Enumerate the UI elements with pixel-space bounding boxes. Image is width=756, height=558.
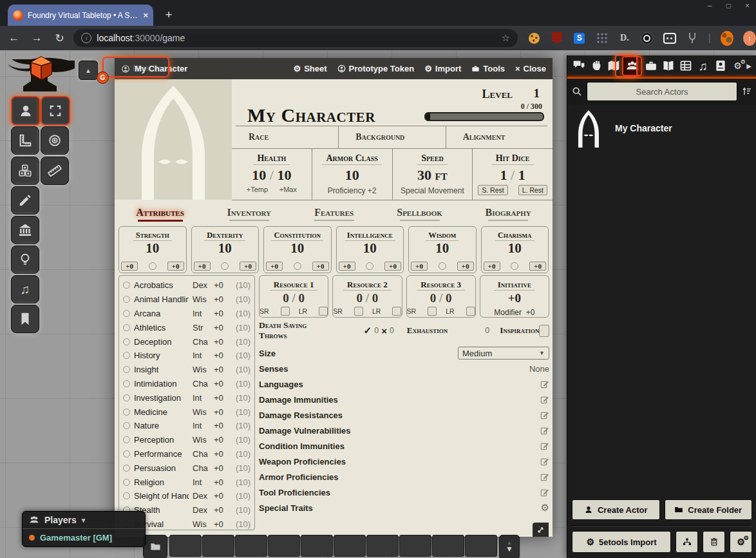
macro-slot[interactable] — [268, 535, 300, 557]
ability-score[interactable]: 10 — [482, 241, 549, 255]
tools-button[interactable]: Tools — [471, 64, 505, 73]
skill-row[interactable]: Arcana Int +0 (10) — [123, 307, 250, 321]
skill-row[interactable]: Religion Int +0 (10) — [123, 475, 250, 489]
ublock-shield-icon[interactable] — [551, 32, 563, 44]
ac-value[interactable]: 10 — [312, 167, 392, 184]
measure-tool-button[interactable] — [11, 126, 39, 155]
target-tool-button[interactable] — [41, 126, 69, 155]
macro-folder-button[interactable] — [143, 535, 167, 558]
speed-value[interactable]: 30 ft — [393, 167, 473, 184]
sheet-titlebar[interactable]: New Scene My Character ⚙Sheet Prototype … — [115, 58, 553, 79]
tuning-fork-extension-icon[interactable] — [686, 32, 699, 44]
skill-proficiency-radio[interactable] — [123, 338, 130, 345]
proficiency-radio[interactable] — [294, 262, 301, 270]
skill-proficiency-radio[interactable] — [123, 492, 130, 499]
5etools-import-button[interactable]: ⚙ 5etools Import — [572, 531, 671, 553]
ability-score[interactable]: 10 — [264, 241, 331, 255]
tab-spellbook[interactable]: Spellbook — [397, 207, 442, 221]
new-tab-button[interactable]: + — [160, 6, 178, 24]
tab-playlists[interactable]: ♫ — [694, 57, 712, 75]
drawing-tools-button[interactable] — [11, 186, 39, 215]
tab-biography[interactable]: Biography — [486, 207, 531, 221]
resource-max[interactable]: 0 — [372, 291, 379, 305]
skill-row[interactable]: Insight Wis +0 (10) — [123, 363, 250, 377]
tab-inventory[interactable]: Inventory — [227, 207, 271, 221]
back-button[interactable]: ← — [3, 32, 25, 44]
macro-slot[interactable] — [366, 535, 399, 557]
site-info-icon[interactable]: i — [81, 33, 91, 43]
edit-icon[interactable] — [540, 457, 549, 466]
skill-proficiency-radio[interactable] — [123, 380, 130, 387]
initiative-value[interactable]: +0 — [480, 291, 549, 305]
resource-max[interactable]: 0 — [446, 291, 452, 305]
background-field[interactable]: Background — [338, 126, 445, 148]
tab-combat[interactable] — [587, 57, 605, 75]
ability-card[interactable]: Dexterity 10 +0 +0 — [191, 226, 260, 273]
resource-label[interactable]: Resource 1 — [270, 280, 318, 291]
search-input[interactable] — [587, 82, 737, 101]
players-header[interactable]: Players ▾ — [23, 512, 145, 529]
skill-row[interactable]: Deception Cha +0 (10) — [123, 334, 250, 349]
tab-actors[interactable] — [622, 56, 642, 76]
folder-tree-button[interactable] — [676, 531, 698, 553]
level-value[interactable]: 1 — [534, 86, 540, 101]
tab-journal[interactable] — [659, 57, 677, 75]
macro-slot[interactable] — [235, 535, 267, 557]
columns-grid-icon[interactable] — [596, 32, 609, 44]
url-bar[interactable]: i localhost:30000/game ☆ — [73, 29, 518, 47]
ability-card[interactable]: Intelligence 10 +0 +0 — [336, 226, 404, 273]
delete-button[interactable] — [703, 531, 725, 553]
edit-icon[interactable] — [540, 441, 549, 450]
ability-check-mod[interactable]: +0 — [167, 262, 184, 271]
ability-save-mod[interactable]: +0 — [339, 262, 355, 271]
sr-checkbox[interactable] — [354, 307, 363, 316]
ability-score[interactable]: 10 — [337, 241, 404, 255]
xp-value[interactable]: 0 / 300 — [521, 102, 542, 111]
ability-check-mod[interactable]: +0 — [529, 262, 546, 271]
lr-checkbox[interactable] — [466, 307, 475, 316]
ability-check-mod[interactable]: +0 — [384, 262, 401, 271]
skill-row[interactable]: Persuasion Cha +0 (10) — [123, 461, 250, 475]
foundry-anvil-logo[interactable] — [5, 55, 77, 98]
character-portrait[interactable] — [115, 79, 232, 200]
skill-proficiency-radio[interactable] — [123, 465, 130, 472]
skill-row[interactable]: Animal Handling Wis +0 (10) — [123, 293, 250, 307]
proficiency-radio[interactable] — [439, 262, 446, 270]
skill-proficiency-radio[interactable] — [123, 436, 130, 443]
resource-label[interactable]: Resource 3 — [417, 280, 465, 291]
macro-slot[interactable] — [334, 535, 366, 557]
ability-card[interactable]: Wisdom 10 +0 +0 — [408, 226, 477, 273]
ability-score[interactable]: 10 — [119, 241, 186, 255]
ability-card[interactable]: Strength 10 +0 +0 — [118, 226, 187, 273]
skill-row[interactable]: Medicine Wis +0 (10) — [123, 405, 250, 419]
modifier-value[interactable]: +0 — [526, 308, 535, 317]
skill-row[interactable]: Intimidation Cha +0 (10) — [123, 377, 250, 391]
settings-gears-button[interactable]: ⚙⚙ — [730, 531, 752, 553]
hotbar-page-button[interactable]: ▲ ▼ — [499, 535, 520, 558]
walls-tools-button[interactable] — [11, 216, 39, 244]
skill-row[interactable]: Investigation Int +0 (10) — [123, 390, 250, 405]
senses-value[interactable]: None — [529, 364, 549, 374]
size-select[interactable]: Medium▼ — [458, 347, 549, 360]
prototype-token-button[interactable]: Prototype Token — [337, 64, 415, 73]
check-icon[interactable]: ✓ — [364, 325, 372, 336]
cookie-extension-icon[interactable] — [528, 32, 541, 44]
lighting-tools-button[interactable] — [11, 245, 39, 274]
alignment-field[interactable]: Alignment — [446, 126, 553, 148]
edit-icon[interactable] — [540, 488, 549, 497]
skill-proficiency-radio[interactable] — [123, 324, 130, 331]
ability-save-mod[interactable]: +0 — [266, 262, 283, 271]
tab-tables[interactable] — [677, 57, 694, 75]
tab-compendium[interactable] — [712, 57, 729, 75]
skill-proficiency-radio[interactable] — [123, 296, 130, 303]
hp-max[interactable]: 10 — [277, 167, 291, 183]
create-folder-button[interactable]: Create Folder — [665, 499, 753, 520]
special-movement-link[interactable]: Special Movement — [393, 186, 473, 195]
sidebar-collapse-button[interactable]: ▶ — [746, 63, 754, 70]
macro-slot[interactable] — [465, 535, 497, 557]
macro-slot[interactable] — [169, 535, 202, 557]
ability-save-mod[interactable]: +0 — [484, 262, 500, 271]
robot-extension-icon[interactable] — [663, 32, 676, 44]
hp-temp-label[interactable]: +Temp — [247, 186, 268, 193]
sheet-config-button[interactable]: ⚙Sheet — [294, 64, 327, 73]
